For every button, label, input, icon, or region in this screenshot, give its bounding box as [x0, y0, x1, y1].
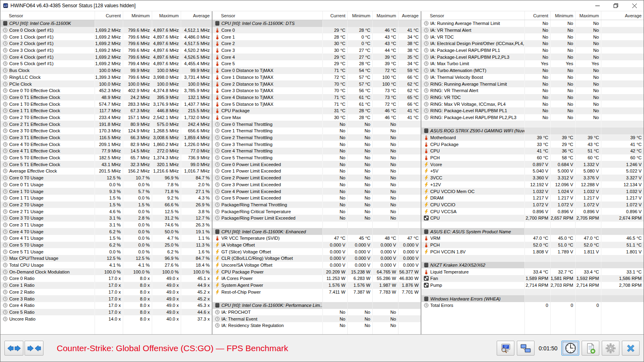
sensor-row[interactable]: Core 3 T0 Usage3.1 %2.8 %31.2 %12.7 % — [0, 215, 212, 222]
sensor-row[interactable]: Core 5 Ratio17.0 x8.0 x49.0 x44.6 x — [0, 309, 212, 316]
column-header-minimum[interactable]: Minimum — [550, 11, 575, 20]
sensor-row[interactable]: CPU Package33 °C29 °C43 °C41 °C — [421, 141, 644, 148]
sensor-row[interactable]: IA: Package-Level RAPL/PBM PL2,PL3NoNoNo — [421, 53, 644, 60]
restore-button[interactable] — [607, 0, 625, 11]
sensor-row[interactable]: Core 1 T1 Effective Clock117.7 MHz67.3 M… — [0, 107, 212, 114]
sensor-row[interactable]: Core 1 T0 Usage9.3 %5.7 %71.8 %27.1 % — [0, 188, 212, 195]
column-header-current[interactable]: Current — [95, 11, 123, 20]
sensor-row[interactable]: Core 0 T1 Usage0.0 %0.0 %7.8 %2.0 % — [0, 181, 212, 188]
sensor-row[interactable]: Core 2 Ratio17.0 x8.0 x49.0 x45.2 x — [0, 289, 212, 296]
sensor-row[interactable]: PCH60 °C58 °C60 °C60 °C — [421, 154, 644, 161]
create-report-button[interactable] — [582, 341, 599, 356]
sensor-row[interactable]: Core 128 °C0 °C43 °C34 °C — [213, 33, 421, 40]
column-header-current[interactable]: Current — [524, 11, 550, 20]
column-header-average[interactable]: Average — [398, 11, 421, 20]
sensor-row[interactable]: IA: Electrical Design Point/Other (ICCma… — [421, 40, 644, 47]
sensor-row[interactable]: Core 1 Clock (perf #1)1,699.2 MHz799.6 M… — [0, 33, 212, 40]
sensor-row[interactable]: Core 1 Thermal ThrottlingNoNoNo — [213, 128, 421, 134]
sensor-row[interactable]: Core 0 Clock (perf #1)1,699.2 MHz799.6 M… — [0, 27, 212, 34]
sensor-row[interactable]: Core 4 Thermal ThrottlingNoNoNo — [213, 148, 421, 154]
sensor-row[interactable]: PCH52.0 °C51.0 °C52.0 °C51.1 °C — [421, 242, 644, 249]
column-header-average[interactable]: Average — [601, 11, 644, 20]
sensor-row[interactable]: Core 3 T1 Usage3.1 %0.0 %74.6 %26.3 % — [0, 222, 212, 228]
sensor-row[interactable]: Core 5 Thermal ThrottlingNoNoNo — [213, 154, 421, 161]
section-header-row[interactable]: Windows Hardware Errors (WHEA) — [421, 295, 644, 302]
sensor-row[interactable]: Core 4 T0 Usage6.2 %0.0 %50.0 %19.1 % — [0, 228, 212, 235]
sensor-row[interactable]: Core 0 Thermal ThrottlingNoNoNo — [213, 121, 421, 128]
sensor-row[interactable]: Core 2 Clock (perf #1)1,699.2 MHz799.6 M… — [0, 40, 212, 47]
logging-clock-button[interactable] — [561, 341, 579, 356]
sensor-row[interactable]: Core 3 Power Limit ExceededNoNoNo — [213, 181, 421, 188]
system-summary-button[interactable] — [497, 341, 514, 356]
section-header-row[interactable]: CPU [#0]: Intel Core i5-11600K: Enhanced — [213, 228, 421, 235]
sensor-row[interactable]: Core 0 Power Limit ExceededNoNoNo — [213, 161, 421, 168]
settings-button[interactable] — [602, 341, 619, 356]
sensor-row[interactable]: Vcore0.897 V0.684 V1.332 V1.246 V — [421, 161, 644, 168]
sensor-row[interactable]: VRM47.0 °C45.0 °C47.0 °C46.5 °C — [421, 235, 644, 242]
sensor-row[interactable]: Core 3 T0 Effective Clock170.3 MHz124.9 … — [0, 128, 212, 134]
section-header-row[interactable]: CPU [#0]: Intel Core i5-11600K: Performa… — [213, 302, 421, 309]
sensor-row[interactable]: IA: Turbo Attenuation (MCT)NoNoNo — [421, 67, 644, 74]
sensor-row[interactable]: IA: Running Average Thermal LimitNoNoNo — [421, 20, 644, 27]
sensor-row[interactable]: CPU Package Power20.209 W15.238 W64.765 … — [213, 268, 421, 275]
sensor-row[interactable]: Core 1 Ratio17.0 x8.0 x49.0 x44.9 x — [0, 282, 212, 289]
sensor-row[interactable]: RING: Package-Level RAPL/PBM PL1NoNoNo — [421, 107, 644, 114]
sensor-row[interactable]: Motherboard39 °C39 °C39 °C39 °C — [421, 134, 644, 141]
sensor-row[interactable]: Core 4 T1 Effective Clock77.9 MHz14.5 MH… — [0, 148, 212, 154]
sensor-row[interactable]: Core 4 T1 Usage1.5 %0.0 %4.7 %1.1 % — [0, 235, 212, 242]
sensor-row[interactable]: IA: PROCHOTNoNoNo — [213, 309, 421, 316]
close-sensors-button[interactable] — [622, 341, 640, 356]
sensor-row[interactable]: Core 4 Ratio17.0 x8.0 x49.0 x45.3 x — [0, 302, 212, 309]
sensor-row[interactable]: IA: Thermal EventNoNoNo — [213, 315, 421, 322]
sensor-row[interactable]: CLR (CBo/LLC/Ring) Voltage Offset0.000 V… — [213, 255, 421, 262]
sensor-row[interactable]: Liquid Temperature33.4 °C32.7 °C33.4 °C3… — [421, 268, 644, 275]
sensor-row[interactable]: Uncore Ratio14.0 x8.0 x40.0 x37.3 x — [0, 315, 212, 322]
sensor-row[interactable]: Core 330 °C27 °C44 °C38 °C — [213, 47, 421, 54]
sensor-row[interactable]: +5V5.040 V5.000 V5.080 V5.022 V — [421, 168, 644, 175]
sensor-row[interactable]: Pump2,714 RPM2,703 RPM2,714 RPM2,708 RPM — [421, 282, 644, 289]
sensor-row[interactable]: Core 3 Ratio17.0 x8.0 x49.0 x45.2 x — [0, 295, 212, 302]
sensor-row[interactable]: RING: Running Average Thermal LimitNoNoN… — [421, 80, 644, 87]
sensor-row[interactable]: Core 1 Distance to TjMAX72 °C57 °C100 °C… — [213, 74, 421, 81]
sensor-row[interactable]: IA: Package-Level RAPL/PBM PL1NoNoNo — [421, 47, 644, 54]
sensor-row[interactable]: Core 3 T1 Effective Clock116.5 MHz66.3 M… — [0, 134, 212, 141]
remote-monitoring-button[interactable] — [517, 341, 535, 356]
sensor-row[interactable]: IA: Residency State RegulationNoNoNo — [213, 322, 421, 329]
column-header-current[interactable]: Current — [322, 11, 347, 20]
sensor-row[interactable]: Core 1 T1 Usage1.5 %0.0 %9.2 %4.3 % — [0, 195, 212, 202]
expand-sensors-button[interactable] — [4, 341, 23, 356]
sensor-row[interactable]: Core 2 Thermal ThrottlingNoNoNo — [213, 134, 421, 141]
sensor-row[interactable]: Core 5 T1 Effective Clock43.1 MHz32.3 MH… — [0, 161, 212, 168]
sensor-row[interactable]: Rest-of-Chip Power7.411 W7.387 W7.783 W7… — [213, 289, 421, 296]
sensor-row[interactable]: VR VCC Temperature (SVID)47 °C45 °C48 °C… — [213, 235, 421, 242]
sensor-row[interactable]: On-Demand Clock Modulation100.0 %100.0 %… — [0, 268, 212, 275]
sensor-row[interactable]: Core 3 Thermal ThrottlingNoNoNo — [213, 141, 421, 148]
sensor-row[interactable]: Core Max30 °C28 °C46 °C41 °C — [213, 114, 421, 121]
sensor-row[interactable]: Core 5 Distance to TjMAX71 °C61 °C72 °C6… — [213, 101, 421, 107]
section-header-row[interactable]: ASUS ROG STRIX Z590-I GAMING WIFI (Nuvot… — [421, 128, 644, 134]
column-header-sensor[interactable]: Sensor — [421, 11, 524, 20]
sensor-row[interactable]: CPU VCCIO Mem OC1.032 V1.024 V1.032 V1.0… — [421, 188, 644, 195]
sensor-row[interactable]: Core 429 °C27 °C39 °C35 °C — [213, 53, 421, 60]
column-header-average[interactable]: Average — [181, 11, 212, 20]
sensor-row[interactable]: Core 0 Ratio17.0 x8.0 x49.0 x45.1 x — [0, 275, 212, 282]
sensor-row[interactable]: Total CPU Usage4.1 %4.1 %27.6 %18.4 % — [0, 262, 212, 269]
sensor-row[interactable]: IA: VR Thermal AlertNoNoNo — [421, 27, 644, 34]
sensor-row[interactable]: PCIe Clock100.0 MHz100.0 MHz100.0 MHz100… — [0, 80, 212, 87]
sensor-row[interactable]: Ring/LLC Clock1,399.3 MHz799.6 MHz3,998.… — [0, 74, 212, 81]
sensor-row[interactable]: IA: Max Turbo LimitYesYesYes — [421, 60, 644, 67]
sensor-row[interactable]: Core 529 °C28 °C39 °C34 °C — [213, 60, 421, 67]
section-header-row[interactable]: NXZT Kraken X42/X52/X62 — [421, 262, 644, 269]
sensor-row[interactable]: Core 0 T0 Effective Clock452.3 MHz402.9 … — [0, 87, 212, 94]
column-header-maximum[interactable]: Maximum — [152, 11, 181, 20]
sensor-row[interactable]: RING: VR Thermal AlertNoNoNo — [421, 87, 644, 94]
sensor-row[interactable]: Average Effective Clock201.5 MHz156.2 MH… — [0, 168, 212, 175]
sensor-row[interactable]: Core 2 T1 Effective Clock191.8 MHz80.9 M… — [0, 121, 212, 128]
sensor-row[interactable]: Package/Ring Power Limit ExceededNoNoNo — [213, 215, 421, 222]
sensor-row[interactable]: Core 4 Distance to TjMAX71 °C61 °C73 °C6… — [213, 94, 421, 101]
sensor-row[interactable]: PCH VCCIN 1.8V1.808 V1.789 V1.811 V1.801… — [421, 248, 644, 255]
sensor-row[interactable]: Core 5 Clock (perf #1)1,699.2 MHz799.4 M… — [0, 60, 212, 67]
sensor-row[interactable]: CPU VCCIO1.072 V1.072 V1.072 V1.072 V — [421, 202, 644, 208]
collapse-sensors-button[interactable] — [25, 341, 43, 356]
minimize-button[interactable] — [588, 0, 607, 11]
